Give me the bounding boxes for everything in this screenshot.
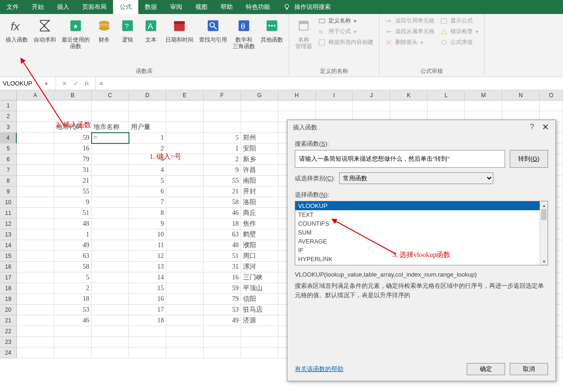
- cell[interactable]: [54, 326, 92, 337]
- column-header[interactable]: N: [502, 90, 540, 100]
- cell[interactable]: [540, 100, 563, 111]
- cell[interactable]: [17, 208, 54, 219]
- cell[interactable]: [166, 337, 204, 348]
- cell[interactable]: 16: [129, 294, 166, 305]
- cell[interactable]: 漯河: [241, 262, 278, 272]
- cell[interactable]: 8: [129, 208, 166, 219]
- cell[interactable]: 濮阳: [241, 240, 278, 251]
- row-header[interactable]: 22: [0, 326, 17, 337]
- cell[interactable]: [17, 229, 54, 240]
- cell[interactable]: 焦作: [241, 219, 278, 229]
- cell[interactable]: [92, 143, 129, 154]
- cell[interactable]: [17, 176, 54, 186]
- cancel-formula-icon[interactable]: ✕: [60, 80, 69, 87]
- lookup-button[interactable]: 查找与引用: [196, 15, 230, 66]
- cell[interactable]: 12: [129, 251, 166, 262]
- row-header[interactable]: 17: [0, 272, 17, 283]
- cell[interactable]: 18: [129, 315, 166, 326]
- cell[interactable]: 信阳: [241, 294, 278, 305]
- cell[interactable]: [241, 348, 278, 358]
- row-header[interactable]: 7: [0, 165, 17, 176]
- row-header[interactable]: 19: [0, 294, 17, 305]
- cell[interactable]: 48: [54, 219, 92, 229]
- cell[interactable]: 79: [54, 154, 92, 165]
- row-header[interactable]: 14: [0, 240, 17, 251]
- tab-data[interactable]: 数据: [138, 0, 164, 14]
- row-header[interactable]: 21: [0, 315, 17, 326]
- cell[interactable]: [166, 240, 204, 251]
- cell[interactable]: [166, 197, 204, 208]
- cell[interactable]: 1: [204, 143, 241, 154]
- cell[interactable]: [17, 294, 54, 305]
- tell-me[interactable]: 操作说明搜索: [277, 0, 337, 14]
- define-name-button[interactable]: 定义名称▾: [318, 16, 373, 26]
- cell[interactable]: [166, 111, 204, 122]
- column-header[interactable]: C: [92, 90, 129, 100]
- scroll-up-icon[interactable]: ▴: [540, 201, 548, 209]
- row-header[interactable]: 5: [0, 143, 17, 154]
- recent-button[interactable]: ★ 最近使用的 函数: [59, 15, 93, 66]
- cell[interactable]: 48: [204, 240, 241, 251]
- cell[interactable]: [17, 122, 54, 133]
- cell[interactable]: [17, 283, 54, 294]
- evaluate-formula-button[interactable]: 公式求值: [440, 37, 478, 47]
- cell[interactable]: 开封: [241, 186, 278, 197]
- cell[interactable]: 21: [204, 186, 241, 197]
- column-header[interactable]: O: [540, 90, 563, 100]
- cell[interactable]: [390, 100, 428, 111]
- cell[interactable]: 58: [204, 197, 241, 208]
- fx-icon[interactable]: fx: [82, 80, 92, 87]
- cell[interactable]: 51: [204, 251, 241, 262]
- cell[interactable]: 周口: [241, 251, 278, 262]
- cell[interactable]: [92, 186, 129, 197]
- show-formulas-button[interactable]: 显示公式: [440, 16, 478, 26]
- cell[interactable]: [129, 348, 166, 358]
- cell[interactable]: [204, 100, 241, 111]
- cell[interactable]: [92, 294, 129, 305]
- cell[interactable]: 9: [204, 165, 241, 176]
- cell[interactable]: [54, 111, 92, 122]
- function-item[interactable]: COUNTIFS: [295, 219, 548, 228]
- cell[interactable]: [17, 240, 54, 251]
- cell[interactable]: 16: [204, 272, 241, 283]
- column-header[interactable]: K: [390, 90, 428, 100]
- row-header[interactable]: 4: [0, 133, 17, 143]
- cell[interactable]: [166, 305, 204, 315]
- cell[interactable]: 58: [54, 262, 92, 272]
- cell[interactable]: 18: [204, 219, 241, 229]
- select-all-corner[interactable]: [0, 90, 17, 100]
- go-button[interactable]: 转到(G): [510, 150, 548, 168]
- tab-review[interactable]: 审阅: [164, 0, 189, 14]
- cell[interactable]: [204, 348, 241, 358]
- math-button[interactable]: θ 数学和 三角函数: [230, 15, 258, 66]
- cell[interactable]: 15: [129, 283, 166, 294]
- function-item[interactable]: AVERAGE: [295, 237, 548, 246]
- cell[interactable]: [204, 337, 241, 348]
- cell[interactable]: [17, 133, 54, 143]
- column-header[interactable]: M: [465, 90, 502, 100]
- column-header[interactable]: H: [278, 90, 316, 100]
- cell[interactable]: [316, 100, 353, 111]
- cell[interactable]: 5: [204, 133, 241, 143]
- financial-button[interactable]: 财务: [93, 15, 116, 66]
- cell[interactable]: [92, 305, 129, 315]
- column-header[interactable]: B: [54, 90, 92, 100]
- cell[interactable]: [241, 122, 278, 133]
- cell[interactable]: [54, 337, 92, 348]
- cell[interactable]: 18: [54, 294, 92, 305]
- cell[interactable]: 5: [129, 176, 166, 186]
- cell[interactable]: [129, 111, 166, 122]
- cell[interactable]: [17, 305, 54, 315]
- row-header[interactable]: 10: [0, 197, 17, 208]
- cell[interactable]: 7: [129, 197, 166, 208]
- dialog-help-icon[interactable]: ?: [530, 123, 534, 131]
- cancel-button[interactable]: 取消: [510, 363, 548, 375]
- cell[interactable]: [17, 326, 54, 337]
- cell[interactable]: 郑州: [241, 133, 278, 143]
- function-list-scrollbar[interactable]: ▴ ▾: [540, 201, 548, 265]
- cell[interactable]: [166, 154, 204, 165]
- row-header[interactable]: 23: [0, 337, 17, 348]
- cell[interactable]: =: [92, 133, 129, 143]
- cell[interactable]: [17, 315, 54, 326]
- column-header[interactable]: L: [428, 90, 465, 100]
